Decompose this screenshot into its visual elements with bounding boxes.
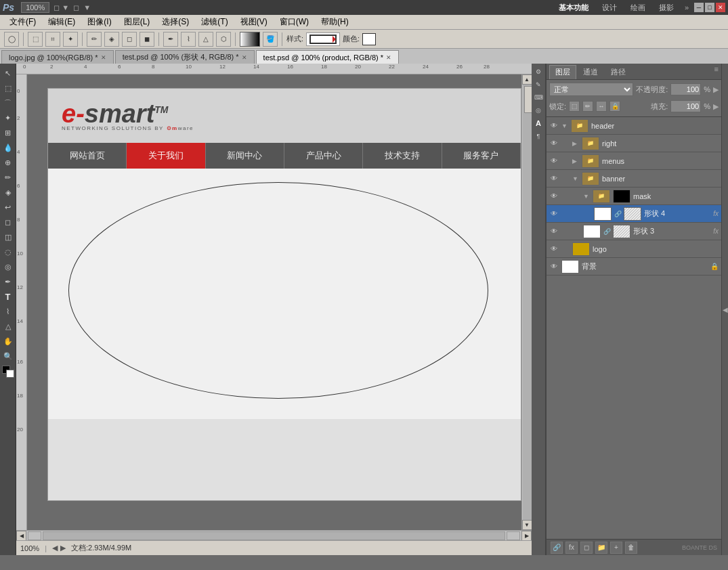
scroll-right-arrow[interactable]: ▶: [521, 531, 532, 541]
nav-products[interactable]: 产品中心: [284, 143, 363, 169]
layer-shape3-eye[interactable]: 👁: [549, 227, 559, 236]
layer-shape4[interactable]: 👁 🔗 形状 4 fx: [547, 205, 721, 223]
nav-service[interactable]: 服务客户: [442, 143, 521, 169]
minimize-button[interactable]: ─: [694, 3, 704, 12]
pen-tool[interactable]: ✒: [1, 275, 15, 288]
rt-icon-2[interactable]: ✎: [533, 79, 544, 90]
panel-menu-icon[interactable]: ≡: [714, 65, 719, 79]
menu-file[interactable]: 文件(F): [4, 15, 41, 29]
heal-tool[interactable]: ⊕: [1, 156, 15, 169]
layer-shape3[interactable]: 👁 🔗 形状 3 fx: [547, 223, 721, 240]
layer-menus[interactable]: 👁 ▶ 📁 menus: [547, 152, 721, 170]
panel-collapse-button[interactable]: ◀: [721, 64, 728, 555]
scroll-left-arrow[interactable]: ◀: [16, 531, 26, 541]
layer-mask-eye[interactable]: 👁: [549, 192, 559, 201]
clone-tool[interactable]: ◈: [1, 185, 15, 199]
crop-tool[interactable]: ⊞: [1, 126, 15, 139]
lock-all-icon[interactable]: 🔒: [609, 101, 620, 112]
rect-select-btn[interactable]: ⬚: [28, 32, 43, 47]
lock-transparent-icon[interactable]: ⬚: [569, 101, 580, 112]
tab-layers[interactable]: 图层: [549, 65, 576, 79]
lasso-select-btn[interactable]: ⌗: [45, 32, 60, 47]
scroll-right-page[interactable]: [507, 531, 520, 540]
layer-banner-eye[interactable]: 👁: [549, 174, 559, 183]
nav-about[interactable]: 关于我们: [127, 143, 205, 169]
brush-btn[interactable]: ✏: [87, 32, 102, 47]
tab-shape4[interactable]: test.psd @ 100% (形状 4, RGB/8) * ✕: [115, 50, 255, 64]
shape-btn[interactable]: △: [198, 32, 213, 47]
layer-background[interactable]: 👁 背景 🔒: [547, 258, 721, 276]
path-tool[interactable]: ⌇: [1, 305, 15, 318]
canvas-wrapper[interactable]: e-smartTM NETWORKING SOLUTIONS BY ⊙mware…: [27, 74, 532, 530]
tab-product-close[interactable]: ✕: [386, 54, 391, 61]
brush-tool[interactable]: ✏: [1, 171, 15, 184]
color-swatches[interactable]: [2, 366, 14, 378]
status-next[interactable]: ▶: [60, 544, 66, 552]
layer-delete-btn[interactable]: 🗑: [625, 542, 637, 554]
layer-banner-expand[interactable]: ▼: [572, 175, 579, 182]
layer-banner[interactable]: 👁 ▼ 📁 banner: [547, 170, 721, 188]
pen-btn[interactable]: ✒: [163, 32, 178, 47]
layer-logo[interactable]: 👁 logo: [547, 240, 721, 258]
move-tool[interactable]: ↖: [1, 66, 15, 80]
blend-mode-select[interactable]: 正常: [549, 83, 633, 96]
rt-icon-5[interactable]: A: [533, 118, 544, 129]
magic-select-btn[interactable]: ✦: [63, 32, 78, 47]
scroll-down-arrow[interactable]: ▼: [522, 520, 532, 530]
fill-arrow[interactable]: ▶: [713, 102, 719, 111]
mode-basic-button[interactable]: 基本功能: [553, 1, 594, 14]
layer-logo-eye[interactable]: 👁: [549, 244, 559, 254]
color-swatch[interactable]: [362, 33, 376, 45]
path-btn[interactable]: ⌇: [181, 32, 196, 47]
shape2-btn[interactable]: ⬡: [216, 32, 231, 47]
mode-paint-button[interactable]: 绘画: [625, 1, 651, 14]
menu-layer[interactable]: 图层(L): [119, 15, 156, 29]
opacity-input[interactable]: [670, 83, 701, 95]
layer-group-btn[interactable]: 📁: [595, 542, 607, 554]
layer-style-btn[interactable]: fx: [565, 542, 578, 554]
expand-icon[interactable]: »: [682, 3, 691, 12]
eraser-tool[interactable]: ◻: [1, 215, 15, 229]
nav-news[interactable]: 新闻中心: [206, 143, 284, 169]
blur-tool[interactable]: ◌: [1, 245, 15, 259]
marquee-tool[interactable]: ⬚: [1, 81, 15, 95]
nav-home[interactable]: 网站首页: [48, 143, 127, 169]
layer-menus-eye[interactable]: 👁: [549, 156, 559, 166]
fill-btn[interactable]: ◼: [140, 32, 154, 47]
dodge-tool[interactable]: ◎: [1, 260, 15, 273]
tab-logo[interactable]: logo.jpg @ 100%(RGB/8) * ✕: [1, 50, 114, 64]
tab-shape4-close[interactable]: ✕: [242, 54, 247, 61]
layer-header[interactable]: 👁 ▼ 📁 header: [547, 117, 721, 135]
status-prev[interactable]: ◀: [52, 544, 58, 552]
rt-icon-3[interactable]: ⌨: [533, 92, 544, 103]
menu-help[interactable]: 帮助(H): [316, 15, 354, 29]
menu-filter[interactable]: 滤镜(T): [196, 15, 233, 29]
history-tool[interactable]: ↩: [1, 200, 15, 214]
menu-view[interactable]: 视图(V): [235, 15, 273, 29]
tab-channels[interactable]: 通道: [577, 65, 604, 79]
menu-image[interactable]: 图像(I): [82, 15, 116, 29]
layer-mask[interactable]: 👁 ▼ 📁 mask: [547, 188, 721, 205]
layer-link-btn[interactable]: 🔗: [551, 542, 563, 554]
layer-mask-expand[interactable]: ▼: [583, 193, 590, 200]
rt-icon-6[interactable]: ¶: [533, 131, 544, 141]
ellipse-tool-btn[interactable]: ◯: [4, 32, 19, 47]
layer-mask-btn[interactable]: ◻: [580, 542, 593, 554]
wand-tool[interactable]: ✦: [1, 111, 15, 125]
nav-support[interactable]: 技术支持: [363, 143, 442, 169]
layout3-icon[interactable]: ▼: [83, 3, 91, 12]
scroll-left-page[interactable]: [28, 531, 41, 540]
text-tool[interactable]: T: [1, 290, 15, 303]
gradient-btn[interactable]: [240, 32, 260, 47]
tab-logo-close[interactable]: ✕: [101, 54, 106, 61]
scroll-thumb[interactable]: [524, 86, 532, 113]
layer-shape4-eye[interactable]: 👁: [549, 209, 559, 219]
menu-window[interactable]: 窗口(W): [274, 15, 314, 29]
shape-tool-left[interactable]: △: [1, 320, 15, 333]
hand-tool[interactable]: ✋: [1, 334, 15, 348]
lock-move-icon[interactable]: ↔: [596, 101, 607, 112]
layer-bg-eye[interactable]: 👁: [549, 262, 559, 271]
style-selector[interactable]: [306, 32, 340, 46]
zoom-display[interactable]: 100%: [21, 2, 49, 13]
layer-header-expand[interactable]: ▼: [561, 123, 568, 129]
